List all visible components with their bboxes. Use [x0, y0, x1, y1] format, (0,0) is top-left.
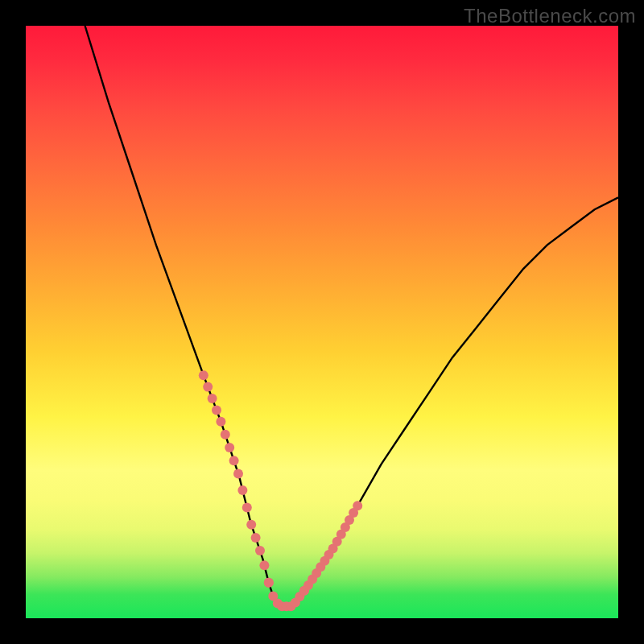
marker-dot — [255, 546, 265, 555]
marker-dot — [264, 578, 274, 588]
marker-dot — [246, 520, 256, 530]
marker-dot — [233, 469, 243, 478]
marker-dot — [212, 405, 221, 415]
marker-dot — [203, 382, 213, 392]
marker-dot — [208, 394, 217, 403]
marker-dot — [237, 485, 247, 495]
marker-dot — [216, 417, 225, 427]
plot-area — [26, 26, 618, 618]
marker-dot — [251, 533, 261, 543]
marker-dot — [353, 501, 362, 510]
marker-group — [199, 370, 362, 611]
chart-frame: TheBottleneck.com — [0, 0, 644, 644]
marker-dot — [242, 503, 252, 513]
marker-dot — [259, 560, 269, 570]
watermark-text: TheBottleneck.com — [464, 5, 636, 27]
chart-svg — [26, 26, 618, 618]
marker-dot — [221, 430, 230, 440]
marker-dot — [225, 443, 234, 452]
marker-dot — [229, 456, 239, 465]
marker-dot — [199, 370, 208, 380]
